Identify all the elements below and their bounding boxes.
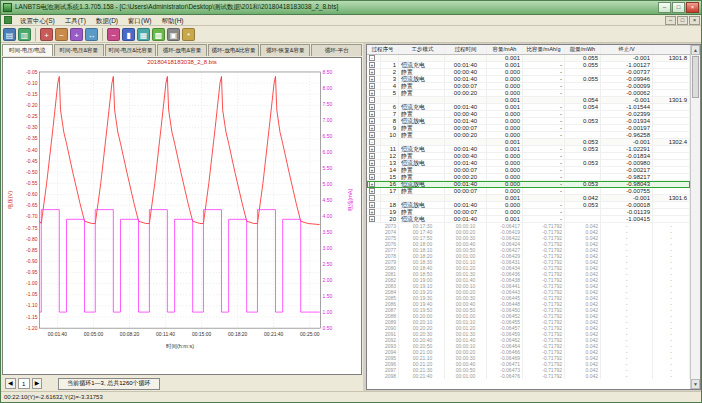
- tab-4[interactable]: 循环-放电&比容量: [208, 44, 259, 56]
- step-row[interactable]: +9静置00:00:070.000--0.00197: [367, 125, 690, 132]
- page-number-box[interactable]: 1: [18, 378, 30, 389]
- cycle-group-row[interactable]: -0.0010.042-0.0011301.6: [367, 195, 690, 202]
- capacity: 0.000: [487, 174, 523, 180]
- tab-1[interactable]: 时间-电压&容量: [54, 44, 105, 56]
- copy-icon[interactable]: ▣: [167, 28, 180, 41]
- expand-icon[interactable]: +: [369, 188, 375, 194]
- step-row[interactable]: +14静置00:00:070.000--0.00217: [367, 167, 690, 174]
- close-button[interactable]: ×: [686, 2, 699, 13]
- step-time: 00:01:40: [445, 118, 487, 124]
- step-row[interactable]: +3恒流放电00:01:400.000-0.055-0.09946: [367, 76, 690, 83]
- expand-icon[interactable]: +: [369, 132, 375, 138]
- step-row[interactable]: +4静置00:00:070.000--0.00099: [367, 83, 690, 90]
- menu-item-4[interactable]: 帮助(H): [156, 15, 188, 26]
- save-icon[interactable]: ▤: [3, 28, 16, 41]
- tab-6[interactable]: 循环-平台: [311, 44, 362, 56]
- menu-item-2[interactable]: 数据(D): [91, 15, 123, 26]
- step-row[interactable]: +6恒流充电00:01:400.001-0.054-1.01544: [367, 104, 690, 111]
- expand-icon[interactable]: +: [369, 104, 375, 110]
- step-row[interactable]: +20恒流充电00:01:400.001--1.00415: [367, 216, 690, 223]
- toolbar: ▤▥+−+↔~▮▦▩▣*: [1, 26, 701, 43]
- mdi-restore-button[interactable]: □: [677, 16, 688, 25]
- collapse-icon[interactable]: -: [369, 139, 375, 145]
- tab-3[interactable]: 循环-放电&容量: [157, 44, 208, 56]
- expand-icon[interactable]: +: [369, 167, 375, 173]
- vertical-scrollbar[interactable]: ▲ ▼: [690, 45, 700, 389]
- step-row[interactable]: +13恒流放电00:01:400.000-0.053-0.00980: [367, 160, 690, 167]
- next-cycle-button[interactable]: ▶: [32, 378, 43, 389]
- menu-item-1[interactable]: 工具(T): [60, 15, 91, 26]
- expand-icon[interactable]: +: [369, 118, 375, 124]
- step-row[interactable]: +12静置00:00:400.000--0.01834: [367, 153, 690, 160]
- expand-icon[interactable]: +: [369, 76, 375, 82]
- expand-icon[interactable]: +: [369, 216, 375, 222]
- step-row[interactable]: +17静置00:00:070.000--0.00755: [367, 188, 690, 195]
- scroll-down-icon[interactable]: ▼: [691, 379, 700, 389]
- expand-icon[interactable]: +: [369, 111, 375, 117]
- step-row[interactable]: +10静置00:00:200.000--0.96258: [367, 132, 690, 139]
- menu-item-3[interactable]: 窗口(W): [123, 15, 156, 26]
- end-voltage: -0.00018: [601, 202, 653, 208]
- mdi-minimize-button[interactable]: –: [665, 16, 676, 25]
- end-voltage: -0.001: [601, 195, 653, 201]
- chart-canvas[interactable]: -0.05-0.10-0.15-0.20-0.25-0.30-0.35-0.40…: [3, 67, 359, 374]
- step-row[interactable]: +8恒流放电00:01:400.000-0.053-0.01934: [367, 118, 690, 125]
- expand-icon[interactable]: +: [369, 69, 375, 75]
- grid-icon[interactable]: ▩: [152, 28, 165, 41]
- tab-2[interactable]: 时间-电压&比容量: [105, 44, 156, 56]
- collapse-icon[interactable]: -: [369, 55, 375, 61]
- step-row[interactable]: +2静置00:00:400.000--0.00737: [367, 69, 690, 76]
- scroll-up-icon[interactable]: ▲: [691, 45, 700, 55]
- tab-5[interactable]: 循环-恢复&容量: [260, 44, 311, 56]
- tab-0[interactable]: 时间-电压/电流: [2, 44, 53, 56]
- menu-items: 设置中心(S)工具(T)数据(D)窗口(W)帮助(H): [15, 15, 189, 26]
- collapse-icon[interactable]: -: [369, 195, 375, 201]
- bar-chart-icon[interactable]: ▮: [122, 28, 135, 41]
- expand-icon[interactable]: +: [369, 125, 375, 131]
- expand-icon[interactable]: +: [369, 62, 375, 68]
- svg-text:00:21:40: 00:21:40: [264, 331, 284, 337]
- settings-icon[interactable]: *: [182, 28, 195, 41]
- record-row[interactable]: 209800:21:4000:01:00-0.06476-0.717920.04…: [367, 373, 690, 379]
- step-row[interactable]: +16恒流放电00:01:400.000-0.053-0.98043: [367, 181, 690, 188]
- minimize-button[interactable]: –: [658, 2, 671, 13]
- expand-icon[interactable]: +: [369, 174, 375, 180]
- step-row[interactable]: +1恒流充电00:01:400.001-0.055-1.00127: [367, 62, 690, 69]
- line-chart-icon[interactable]: ~: [107, 28, 120, 41]
- scrollbar-thumb[interactable]: [692, 56, 699, 98]
- step-row[interactable]: +5静置00:00:200.000--0.00062: [367, 90, 690, 97]
- cycle-group-row[interactable]: -0.0010.055-0.0011301.8: [367, 55, 690, 62]
- zoom-in-icon[interactable]: +: [40, 28, 53, 41]
- maximize-button[interactable]: □: [672, 2, 685, 13]
- expand-icon[interactable]: +: [369, 146, 375, 152]
- expand-icon[interactable]: +: [369, 83, 375, 89]
- step-row[interactable]: +18恒流放电00:01:400.000-0.053-0.00018: [367, 202, 690, 209]
- expand-icon[interactable]: +: [369, 181, 375, 187]
- open-icon[interactable]: ▥: [18, 28, 31, 41]
- expand-icon[interactable]: +: [369, 160, 375, 166]
- cycle-group-row[interactable]: -0.0010.053-0.0011302.4: [367, 139, 690, 146]
- collapse-icon[interactable]: -: [369, 97, 375, 103]
- step-row[interactable]: +11恒流充电00:01:400.001-0.053-1.02291: [367, 146, 690, 153]
- expand-icon[interactable]: +: [369, 90, 375, 96]
- end-voltage: -1.00127: [601, 62, 653, 68]
- scrollbar-track[interactable]: [691, 99, 700, 379]
- step-number: 7: [381, 111, 399, 117]
- data-table-icon[interactable]: ▦: [137, 28, 150, 41]
- svg-text:8.50: 8.50: [323, 69, 333, 75]
- step-row[interactable]: +15静置00:00:200.000--0.98217: [367, 174, 690, 181]
- mdi-close-button[interactable]: ×: [689, 16, 700, 25]
- pan-icon[interactable]: ↔: [85, 28, 98, 41]
- expand-icon[interactable]: +: [369, 209, 375, 215]
- cycle-group-row[interactable]: -0.0010.054-0.0011301.9: [367, 97, 690, 104]
- cycle-range-button[interactable]: 当前循环1—3, 总共1260个循环: [58, 378, 159, 390]
- expand-icon[interactable]: +: [369, 153, 375, 159]
- menu-item-0[interactable]: 设置中心(S): [15, 15, 60, 26]
- zoom-out-icon[interactable]: −: [55, 28, 68, 41]
- crosshair-icon[interactable]: +: [70, 28, 83, 41]
- prev-cycle-button[interactable]: ◀: [5, 378, 16, 389]
- expand-icon[interactable]: +: [369, 202, 375, 208]
- step-number: [381, 195, 399, 201]
- step-row[interactable]: +7静置00:00:400.000--0.02399: [367, 111, 690, 118]
- step-row[interactable]: +19静置00:00:070.000--0.01139: [367, 209, 690, 216]
